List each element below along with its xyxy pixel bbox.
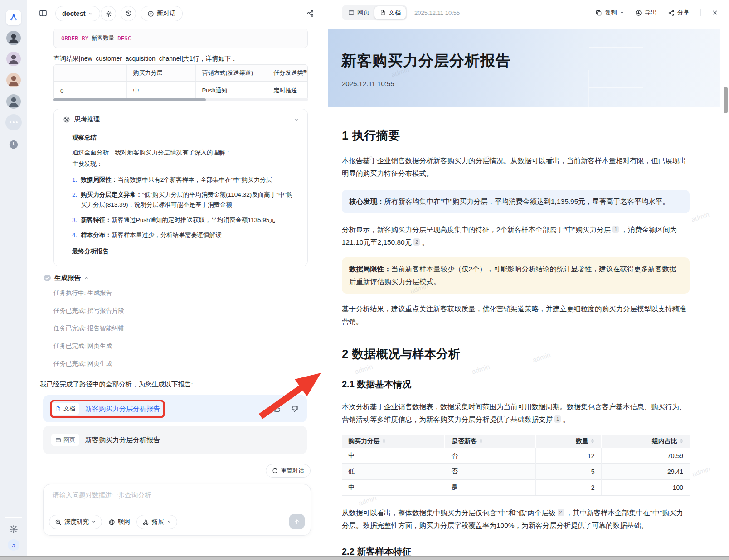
- history-clock-button[interactable]: [9, 140, 19, 151]
- reset-conversation-button[interactable]: 重置对话: [266, 464, 311, 478]
- step-timeline: [48, 28, 48, 276]
- web-access-label: 联网: [118, 518, 130, 526]
- citation-badge[interactable]: 2: [413, 238, 420, 246]
- workspace-name: doctest: [62, 10, 86, 17]
- tab-document-label: 文档: [389, 9, 401, 17]
- vertical-scrollbar-thumb[interactable]: [724, 87, 728, 113]
- chevron-down-icon: [620, 10, 624, 15]
- table-cell: 低: [342, 463, 445, 479]
- tab-document[interactable]: 文档: [374, 6, 406, 19]
- chat-header: doctest 新对话: [27, 0, 326, 25]
- export-button[interactable]: 导出: [635, 9, 657, 17]
- deep-research-toggle[interactable]: 深度研究: [49, 515, 102, 529]
- chevron-down-icon[interactable]: [294, 117, 299, 122]
- doc-report-link[interactable]: 新客购买力分层分析报告: [85, 405, 160, 413]
- agent-avatar-1[interactable]: [6, 31, 21, 45]
- share-button[interactable]: [306, 10, 314, 17]
- callout-label: 核心发现：: [349, 198, 384, 205]
- sortable-column-header[interactable]: 组内占比: [601, 435, 690, 448]
- chevron-up-icon[interactable]: [84, 275, 89, 280]
- chat-input[interactable]: [52, 490, 301, 514]
- sidebar-toggle-button[interactable]: [39, 9, 47, 17]
- thinking-title: 思考推理: [74, 116, 100, 124]
- copy-label: 复制: [605, 9, 617, 17]
- task-status: 任务执行中: 生成报告: [53, 289, 112, 297]
- web-badge: 网页: [51, 434, 79, 446]
- report-panel: 网页 文档 2025.12.11 10:55 复制: [327, 0, 729, 556]
- citation-badge[interactable]: 2: [558, 509, 564, 516]
- input-tools: 深度研究 联网 拓展: [49, 515, 177, 529]
- callout-text: 所有新客均集中在"中"购买力分层，平均消费金额达到1,135.95元，显著高于老…: [384, 198, 670, 205]
- expand-icon: [142, 519, 149, 526]
- paragraph-text: 。: [422, 238, 429, 246]
- task-status: 任务已完成: 网页生成: [53, 342, 112, 350]
- sortable-column-header[interactable]: 是否新客: [445, 435, 535, 448]
- table-cell: 5: [535, 463, 601, 479]
- chat-history-button[interactable]: [121, 6, 136, 21]
- check-circle-icon: [44, 274, 51, 282]
- chevron-down-icon: [92, 520, 96, 524]
- finding-number: 3.: [72, 215, 77, 225]
- reset-label: 重置对话: [281, 467, 304, 475]
- sortable-column-header[interactable]: 购买力分层: [342, 435, 445, 448]
- new-chat-button[interactable]: 新对话: [141, 6, 183, 21]
- avatar-silhouette-icon: [6, 52, 21, 66]
- tab-webpage[interactable]: 网页: [343, 6, 374, 19]
- subsection-heading: 2.1 数据基本情况: [342, 378, 690, 391]
- paragraph-text: 。: [563, 415, 570, 423]
- paragraph: 从数据可以看出，整体数据集中购买力分层仅包含"中"和"低"两个层级2，其中新客样…: [342, 507, 690, 532]
- web-access-toggle[interactable]: 联网: [108, 518, 130, 526]
- section-heading: 1 执行摘要: [342, 128, 690, 144]
- avatar-silhouette-icon: [6, 94, 21, 109]
- sort-icon: [382, 439, 386, 444]
- send-button[interactable]: [289, 514, 305, 529]
- settings-button[interactable]: [9, 525, 18, 536]
- expand-toggle[interactable]: 拓展: [136, 515, 177, 529]
- paragraph: 基于分析结果，建议重点关注新客获取质量，优化营销渠道策略，并建立更细粒度的购买力…: [342, 303, 690, 328]
- thumbs-up-icon[interactable]: [273, 405, 281, 413]
- paragraph: 本报告基于企业销售数据分析新客购买力的分层情况。从数据可以看出，当前新客样本量相…: [342, 154, 690, 180]
- sort-icon: [680, 439, 683, 444]
- table-cell: 中: [126, 82, 195, 100]
- thumbs-down-icon[interactable]: [291, 405, 299, 413]
- generate-report-step[interactable]: 生成报告: [44, 274, 89, 282]
- deep-research-icon: [55, 519, 62, 526]
- more-agents-button[interactable]: [5, 114, 22, 130]
- thinking-header[interactable]: 思考推理: [54, 109, 307, 126]
- user-avatar[interactable]: a: [8, 539, 19, 551]
- sortable-column-header[interactable]: 数量: [535, 435, 601, 448]
- table-cell: 0: [54, 82, 126, 100]
- chat-settings-button[interactable]: [101, 6, 116, 21]
- citation-badge[interactable]: 1: [612, 226, 619, 233]
- document-icon: [55, 406, 61, 412]
- logo-icon: [9, 13, 18, 22]
- scrollbar-thumb[interactable]: [53, 98, 206, 101]
- table-cell: 否: [445, 463, 535, 479]
- finding-text: 新客通过Push通知的定时推送获取，平均消费金额1135.95元: [112, 217, 276, 223]
- column-header-label: 是否新客: [452, 437, 477, 445]
- web-report-card[interactable]: 网页 新客购买力分层分析报告: [43, 426, 307, 454]
- share-report-button[interactable]: 分享: [668, 9, 690, 17]
- column-header: 营销方式(发送渠道): [195, 65, 267, 82]
- task-status: 任务已完成: 报告智能纠错: [53, 324, 124, 333]
- sort-icon: [591, 439, 594, 444]
- column-header-label: 数量: [576, 437, 588, 445]
- agent-avatar-2[interactable]: [6, 52, 21, 66]
- sql-code-block: ORDER BY 新客数量 DESC: [53, 29, 308, 48]
- copy-button[interactable]: 复制: [595, 9, 624, 17]
- tab-webpage-label: 网页: [357, 9, 369, 17]
- doc-report-card[interactable]: 文档 新客购买力分层分析报告: [43, 395, 307, 422]
- agent-avatar-4[interactable]: [6, 94, 21, 109]
- app-logo[interactable]: [6, 10, 21, 25]
- completion-message: 我已经完成了路径中的全部分析，为您生成以下报告:: [40, 380, 193, 389]
- web-report-title: 新客购买力分层分析报告: [85, 436, 160, 444]
- workspace-selector[interactable]: doctest: [55, 6, 100, 21]
- finding-number: 2.: [72, 190, 77, 210]
- thinking-paragraph: 通过全面分析，我对新客购买力分层情况有了深入的理解： 主要发现：: [72, 147, 298, 170]
- citation-badge[interactable]: 1: [554, 415, 561, 423]
- agent-avatar-3[interactable]: [6, 73, 21, 87]
- close-panel-button[interactable]: [712, 10, 718, 16]
- web-badge-label: 网页: [63, 436, 75, 444]
- export-label: 导出: [645, 9, 657, 17]
- banner-decoration: [589, 47, 643, 88]
